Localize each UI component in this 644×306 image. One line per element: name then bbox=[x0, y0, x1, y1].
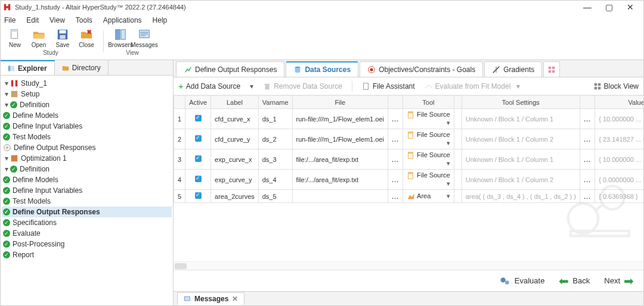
menu-view[interactable]: View bbox=[49, 16, 65, 24]
ribbon-new[interactable]: New bbox=[4, 28, 26, 48]
tree-setup-test-models[interactable]: ✓Test Models bbox=[2, 132, 172, 142]
file-assistant-button[interactable]: File Assistant bbox=[362, 82, 415, 90]
horizontal-scrollbar[interactable] bbox=[174, 261, 643, 270]
tab-objectives[interactable]: Objectives/Constraints - Goals bbox=[360, 61, 483, 77]
tree-optimization[interactable]: ▾Optimization 1 bbox=[2, 153, 172, 164]
table-header[interactable] bbox=[388, 96, 402, 109]
tree-setup-define-output[interactable]: Define Output Responses bbox=[2, 142, 172, 153]
file-browse-button[interactable]: ... bbox=[388, 170, 402, 190]
menu-file[interactable]: File bbox=[4, 16, 16, 24]
table-header[interactable]: File bbox=[292, 96, 388, 109]
tree-study[interactable]: ▾Study_1 bbox=[2, 78, 172, 89]
table-header[interactable] bbox=[454, 96, 462, 109]
svg-rect-21 bbox=[549, 70, 551, 72]
table-header[interactable]: Tool Settings bbox=[462, 96, 580, 109]
table-header[interactable]: Label bbox=[211, 96, 259, 109]
label-cell[interactable]: exp_curve_y bbox=[211, 170, 259, 190]
active-checkbox[interactable] bbox=[185, 149, 211, 170]
file-browse-button[interactable]: ... bbox=[388, 109, 402, 129]
add-data-source-button[interactable]: +Add Data Source▾ bbox=[178, 81, 253, 91]
ribbon-messages[interactable]: Messages bbox=[134, 28, 155, 48]
table-header[interactable]: Active bbox=[185, 96, 211, 109]
table-header[interactable]: Value bbox=[595, 96, 643, 109]
label-cell[interactable]: area_2curves bbox=[211, 190, 259, 203]
ribbon-save[interactable]: Save bbox=[52, 28, 73, 48]
tree-opt-specifications[interactable]: ✓Specifications bbox=[2, 217, 172, 228]
tree-setup-definition[interactable]: ▾✓Definition bbox=[2, 99, 172, 110]
tree-opt-define-output[interactable]: ✓Define Output Responses bbox=[2, 207, 172, 217]
dropdown-icon[interactable]: ▾ bbox=[250, 82, 253, 90]
label-cell[interactable]: exp_curve_x bbox=[211, 149, 259, 170]
block-view-button[interactable]: Block View bbox=[593, 82, 639, 90]
active-checkbox[interactable] bbox=[185, 109, 211, 129]
maximize-button[interactable]: ▢ bbox=[598, 2, 620, 12]
close-button[interactable]: ✕ bbox=[620, 2, 641, 12]
tree-opt-define-models[interactable]: ✓Define Models bbox=[2, 174, 172, 185]
tab-gradients[interactable]: Gradients bbox=[484, 61, 542, 77]
remove-data-source-button[interactable]: Remove Data Source bbox=[263, 82, 342, 90]
file-browse-button[interactable]: ... bbox=[388, 149, 402, 170]
table-row[interactable]: 1cfd_curve_xds_1run-file:///m_1/Flow_ele… bbox=[174, 109, 644, 129]
file-cell[interactable]: file:/.../area_fit/exp.txt bbox=[292, 149, 388, 170]
tool-cell[interactable]: File Source▾ bbox=[403, 170, 454, 190]
menu-applications[interactable]: Applications bbox=[103, 16, 142, 24]
table-header[interactable]: Tool bbox=[403, 96, 454, 109]
table-header[interactable] bbox=[580, 96, 595, 109]
menu-edit[interactable]: Edit bbox=[26, 16, 39, 24]
tree-opt-test-models[interactable]: ✓Test Models bbox=[2, 196, 172, 207]
tree-opt-postprocessing[interactable]: ✓Post-Processing bbox=[2, 239, 172, 249]
file-cell[interactable]: run-file:///m_1/Flow_elem1.oei bbox=[292, 109, 388, 129]
tree-setup-define-input[interactable]: ✓Define Input Variables bbox=[2, 121, 172, 132]
menu-help[interactable]: Help bbox=[153, 16, 168, 24]
varname-cell[interactable]: ds_5 bbox=[258, 190, 292, 203]
ribbon-browsers[interactable]: Browsers bbox=[110, 28, 131, 48]
minimize-button[interactable]: — bbox=[577, 2, 598, 12]
tool-cell[interactable]: File Source▾ bbox=[403, 129, 454, 149]
label-cell[interactable]: cfd_curve_x bbox=[211, 109, 259, 129]
file-cell[interactable] bbox=[292, 190, 388, 203]
tab-responses[interactable]: Define Output Responses bbox=[176, 61, 284, 77]
settings-edit-button[interactable]: ... bbox=[580, 109, 595, 129]
next-button[interactable]: Next➡ bbox=[604, 274, 634, 288]
tree-setup[interactable]: ▾Setup bbox=[2, 89, 172, 99]
settings-cell[interactable]: Unknown / Block 1 / Column 1 bbox=[462, 109, 580, 129]
tree-opt-definition[interactable]: ▾✓Definition bbox=[2, 164, 172, 174]
active-checkbox[interactable] bbox=[185, 190, 211, 203]
table-header[interactable] bbox=[174, 96, 185, 109]
active-checkbox[interactable] bbox=[185, 170, 211, 190]
tree-setup-define-models[interactable]: ✓Define Models bbox=[2, 110, 172, 121]
file-browse-button[interactable]: ... bbox=[388, 190, 402, 203]
ribbon-open[interactable]: Open bbox=[28, 28, 49, 48]
messages-tab[interactable]: Messages ✕ bbox=[177, 292, 244, 305]
evaluate-fit-button[interactable]: Evaluate from Fit Model▾ bbox=[425, 82, 521, 90]
tree-opt-report[interactable]: ✓Report bbox=[2, 249, 172, 260]
output-icon bbox=[3, 143, 11, 152]
tab-data-sources[interactable]: Data Sources bbox=[286, 61, 358, 77]
back-button[interactable]: ⬅Back bbox=[559, 274, 590, 288]
tab-explorer[interactable]: Explorer bbox=[1, 60, 55, 75]
file-cell[interactable]: file:/.../area_fit/exp.txt bbox=[292, 170, 388, 190]
tool-cell[interactable]: Area▾ bbox=[403, 190, 454, 203]
close-tab-icon[interactable]: ✕ bbox=[232, 295, 238, 303]
tool-cell[interactable]: File Source▾ bbox=[403, 109, 454, 129]
varname-cell[interactable]: ds_3 bbox=[258, 149, 292, 170]
settings-cell[interactable]: Unknown / Block 1 / Column 2 bbox=[462, 129, 580, 149]
tab-directory[interactable]: Directory bbox=[55, 60, 109, 75]
evaluate-button[interactable]: Evaluate bbox=[499, 275, 545, 287]
table-row[interactable]: 2cfd_curve_yds_2run-file:///m_1/Flow_ele… bbox=[174, 129, 644, 149]
label-cell[interactable]: cfd_curve_y bbox=[211, 129, 259, 149]
menu-tools[interactable]: Tools bbox=[76, 16, 92, 24]
ribbon-close[interactable]: Close bbox=[76, 28, 97, 48]
table-header[interactable]: Varname bbox=[258, 96, 292, 109]
varname-cell[interactable]: ds_2 bbox=[258, 129, 292, 149]
file-cell[interactable]: run-file:///m_1/Flow_elem1.oei bbox=[292, 129, 388, 149]
tree-opt-define-input[interactable]: ✓Define Input Variables bbox=[2, 185, 172, 196]
tree-opt-evaluate[interactable]: ✓Evaluate bbox=[2, 228, 172, 239]
settings-edit-button[interactable]: ... bbox=[580, 129, 595, 149]
varname-cell[interactable]: ds_4 bbox=[258, 170, 292, 190]
varname-cell[interactable]: ds_1 bbox=[258, 109, 292, 129]
tool-cell[interactable]: File Source▾ bbox=[403, 149, 454, 170]
file-browse-button[interactable]: ... bbox=[388, 129, 402, 149]
tab-extra[interactable] bbox=[543, 61, 560, 77]
active-checkbox[interactable] bbox=[185, 129, 211, 149]
